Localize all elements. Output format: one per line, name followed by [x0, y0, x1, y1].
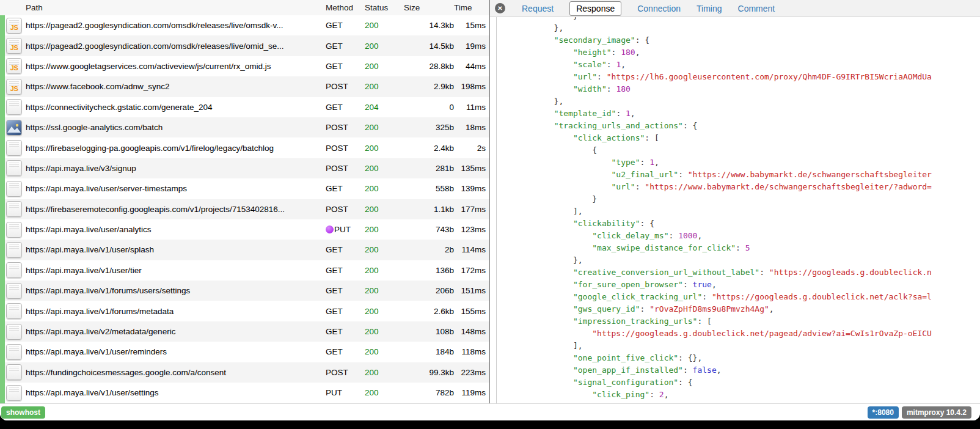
status-code: 200 — [365, 123, 397, 132]
request-method: GET — [326, 184, 365, 193]
flow-row[interactable]: JS https://www.facebook.com/adnw_sync2 P… — [0, 76, 489, 97]
request-path: https://api.maya.live/v1/user/tier — [26, 266, 326, 275]
response-size: 136b — [397, 266, 454, 275]
response-size: 206b — [397, 286, 454, 295]
response-body-view[interactable]: } }, "secondary_image": { "height": 180,… — [496, 17, 980, 403]
status-code: 200 — [365, 82, 397, 91]
flow-row[interactable]: https://api.maya.live/user/analytics PUT… — [0, 219, 489, 240]
column-header-time[interactable]: Time — [454, 3, 486, 12]
column-header-method[interactable]: Method — [326, 3, 365, 12]
flow-row[interactable]: https://api.maya.live/v1/user/splash GET… — [0, 240, 489, 260]
response-time: 114ms — [454, 245, 486, 254]
request-path: https://firebaseremoteconfig.googleapis.… — [26, 205, 326, 214]
response-json: } }, "secondary_image": { "height": 180,… — [497, 17, 980, 403]
response-time: 123ms — [454, 225, 486, 234]
status-code: 200 — [365, 347, 397, 356]
flow-row[interactable]: https://firebaseremoteconfig.googleapis.… — [0, 199, 489, 219]
content-type-icon — [6, 324, 22, 340]
request-method: POST — [326, 205, 365, 214]
flow-row[interactable]: https://fundingchoicesmessages.google.co… — [0, 362, 489, 383]
mitmweb-window: Path Method Status Size Time JS — [0, 0, 980, 429]
tab-timing[interactable]: Timing — [697, 4, 722, 13]
flow-row[interactable]: JS https://www.googletagservices.com/act… — [0, 56, 489, 76]
column-header-status[interactable]: Status — [365, 3, 397, 12]
response-size: 2.4kb — [397, 144, 454, 153]
response-size: 99.3kb — [397, 368, 454, 377]
request-method: GET — [326, 347, 365, 356]
response-size: 184b — [397, 347, 454, 356]
response-size: 1.1kb — [397, 205, 454, 214]
status-code: 200 — [365, 42, 397, 51]
flow-row[interactable]: https://firebaselogging-pa.googleapis.co… — [0, 138, 489, 158]
status-code: 200 — [365, 164, 397, 173]
response-size: 28.8kb — [397, 62, 454, 71]
response-size: 14.5kb — [397, 42, 454, 51]
tab-comment[interactable]: Comment — [738, 4, 775, 13]
response-time: 172ms — [454, 266, 486, 275]
status-code: 204 — [365, 103, 397, 112]
flow-list-panel[interactable]: Path Method Status Size Time JS — [0, 0, 490, 403]
flow-row[interactable]: https://connectivitycheck.gstatic.com/ge… — [0, 97, 489, 117]
flow-row[interactable]: https://api.maya.live/v3/signup POST 200… — [0, 158, 489, 178]
response-time: 44ms — [454, 62, 486, 71]
flow-row[interactable]: https://ssl.google-analytics.com/batch P… — [0, 117, 489, 138]
close-icon[interactable]: ✕ — [495, 3, 505, 13]
status-code: 200 — [365, 307, 397, 316]
flow-row[interactable]: JS https://pagead2.googlesyndication.com… — [0, 35, 489, 56]
content-type-icon — [6, 99, 22, 115]
request-path: https://api.maya.live/v1/forums/metadata — [26, 307, 326, 316]
flow-row[interactable]: https://api.maya.live/v1/forums/users/se… — [0, 280, 489, 301]
app-frame: Path Method Status Size Time JS — [0, 0, 980, 420]
response-time: 177ms — [454, 205, 486, 214]
request-method: POST — [326, 123, 365, 132]
flow-table-header: Path Method Status Size Time — [0, 0, 489, 15]
response-time: 119ms — [454, 388, 486, 397]
tab-connection[interactable]: Connection — [637, 4, 681, 13]
tab-response[interactable]: Response — [569, 1, 621, 16]
content-type-icon — [6, 160, 22, 176]
status-code: 200 — [365, 62, 397, 71]
flow-row[interactable]: https://api.maya.live/v1/user/tier GET 2… — [0, 260, 489, 280]
request-method: GET — [326, 245, 365, 254]
request-method: GET — [326, 286, 365, 295]
request-path: https://www.googletagservices.com/active… — [26, 62, 326, 71]
status-code: 200 — [365, 388, 397, 397]
flow-row[interactable]: https://api.maya.live/v1/forums/metadata… — [0, 301, 489, 321]
request-method: GET — [326, 307, 365, 316]
content-type-icon — [6, 181, 22, 197]
content-type-icon — [6, 262, 22, 278]
flow-row[interactable]: https://api.maya.live/user/server-timest… — [0, 178, 489, 199]
content-type-icon — [6, 364, 22, 380]
status-code: 200 — [365, 184, 397, 193]
request-method: GET — [326, 42, 365, 51]
request-path: https://api.maya.live/v1/forums/users/se… — [26, 286, 326, 295]
request-method: POST — [326, 144, 365, 153]
request-method: POST — [326, 164, 365, 173]
flow-row[interactable]: JS https://pagead2.googlesyndication.com… — [0, 15, 489, 35]
response-time: 19ms — [454, 42, 486, 51]
response-time: 15ms — [454, 21, 486, 30]
main-area: Path Method Status Size Time JS — [0, 0, 980, 403]
request-path: https://api.maya.live/v3/signup — [26, 164, 326, 173]
content-type-icon — [6, 283, 22, 299]
status-code: 200 — [365, 327, 397, 336]
column-header-path[interactable]: Path — [26, 3, 326, 12]
request-path: https://api.maya.live/v1/user/splash — [26, 245, 326, 254]
flow-row[interactable]: https://api.maya.live/v1/user/reminders … — [0, 342, 489, 362]
flow-row[interactable]: https://api.maya.live/v2/metadata/generi… — [0, 321, 489, 342]
response-time: 135ms — [454, 164, 486, 173]
flow-row[interactable]: https://api.maya.live/v1/user/settings P… — [0, 383, 489, 403]
request-path: https://api.maya.live/v2/metadata/generi… — [26, 327, 326, 336]
request-path: https://connectivitycheck.gstatic.com/ge… — [26, 103, 326, 112]
request-path: https://api.maya.live/user/analytics — [26, 225, 326, 234]
tab-request[interactable]: Request — [522, 4, 554, 13]
request-path: https://ssl.google-analytics.com/batch — [26, 123, 326, 132]
request-method: GET — [326, 21, 365, 30]
column-header-size[interactable]: Size — [397, 3, 454, 12]
response-time: 148ms — [454, 327, 486, 336]
response-time: 223ms — [454, 368, 486, 377]
listen-address-badge: *:8080 — [868, 406, 899, 419]
response-size: 782b — [397, 388, 454, 397]
request-method: POST — [326, 368, 365, 377]
status-code: 200 — [365, 205, 397, 214]
